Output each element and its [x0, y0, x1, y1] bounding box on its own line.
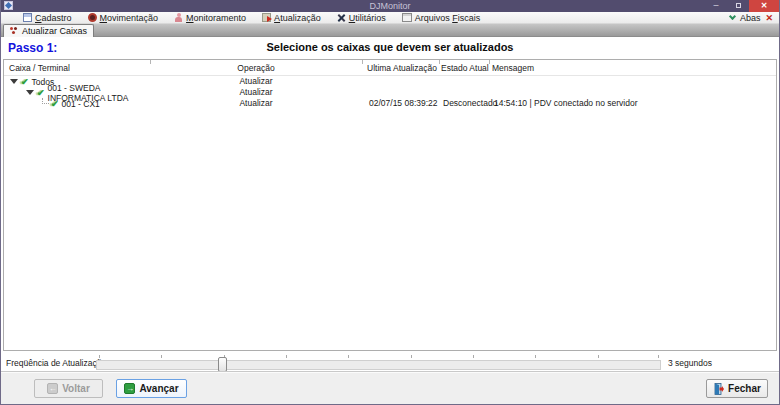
chevron-down-icon[interactable] [729, 13, 736, 20]
title-bar: DJMonitor – ✕ [1, 0, 779, 12]
slider-value: 3 segundos [668, 358, 712, 368]
exit-door-icon [713, 383, 724, 395]
tree-cell: ✔ 001 - CX1 [4, 98, 150, 109]
person-icon [174, 13, 183, 22]
frequency-label: Freqüência de Atualização [6, 358, 106, 368]
maximize-button[interactable] [727, 0, 749, 12]
menu-label: Utilitários [349, 12, 386, 24]
cell-ultima: 02/07/15 08:39:22 [369, 98, 441, 109]
slider-tick [473, 355, 474, 358]
cell-operacao: Atualizar [150, 87, 362, 98]
fechar-label: Fechar [728, 383, 761, 394]
menu-label: Atualização [274, 12, 321, 24]
menu-item-arquivos-fiscais[interactable]: Arquivos Fiscais [394, 12, 489, 24]
menu-item-atualizacao[interactable]: Atualização [254, 12, 329, 24]
table-body: ✔ Todos Atualizar ✔ 001 - SWEDA INFORMAT… [4, 76, 776, 109]
slider-thumb[interactable] [218, 357, 227, 372]
slider-tick [535, 355, 536, 358]
slider-tick [658, 355, 659, 358]
voltar-label: Voltar [62, 383, 90, 394]
button-bar: ← Voltar → Avançar Fechar [1, 371, 779, 404]
menu-item-cadastro[interactable]: Cadastro [15, 12, 80, 24]
arrow-right-icon: → [124, 383, 135, 394]
menu-label: Movimentação [100, 12, 159, 24]
table-icon [23, 13, 32, 22]
slider-tick [161, 355, 162, 358]
voltar-button[interactable]: ← Voltar [34, 379, 103, 398]
check-icon[interactable]: ✔ [21, 77, 29, 87]
tab-label: Atualizar Caixas [22, 26, 87, 36]
header-mensagem[interactable]: Mensagem [492, 63, 534, 73]
record-icon [88, 13, 97, 22]
slider-tick [286, 355, 287, 358]
fechar-button[interactable]: Fechar [706, 379, 768, 398]
avancar-button[interactable]: → Avançar [116, 379, 187, 398]
expander-icon[interactable] [26, 90, 34, 95]
menu-bar: Cadastro Movimentação Monitoramento Atua… [1, 12, 779, 24]
users-icon [10, 27, 19, 36]
cell-mensagem: 14:54:10 | PDV conectado no servidor [494, 98, 774, 109]
menu-label: Arquivos Fiscais [415, 12, 481, 24]
check-icon[interactable]: ✔ [37, 88, 45, 98]
tab-strip: Atualizar Caixas [1, 24, 779, 37]
table-header: Caixa / Terminal Operação Ultima Atualiz… [4, 60, 776, 76]
expander-icon[interactable] [10, 79, 18, 84]
window-title: DJMonitor [1, 0, 779, 12]
slider-tick [348, 355, 349, 358]
header-operacao[interactable]: Operação [150, 63, 362, 73]
menu-item-utilitarios[interactable]: Utilitários [329, 12, 394, 24]
menu-item-monitoramento[interactable]: Monitoramento [166, 12, 254, 24]
abas-close-icon[interactable]: ✕ [765, 13, 773, 23]
tools-icon [337, 13, 346, 22]
slider-tick [598, 355, 599, 358]
check-icon[interactable]: ✔ [51, 99, 59, 109]
app-window: DJMonitor – ✕ Cadastro Movimentação Moni… [0, 0, 780, 405]
archive-icon [402, 13, 412, 22]
maximize-icon [736, 3, 741, 8]
menu-label: Cadastro [35, 12, 72, 24]
menu-label: Monitoramento [186, 12, 246, 24]
page-title: Selecione os caixas que devem ser atuali… [1, 41, 779, 53]
avancar-label: Avançar [139, 383, 178, 394]
tree-connector [42, 98, 49, 104]
column-divider [439, 60, 440, 64]
menu-item-movimentacao[interactable]: Movimentação [80, 12, 167, 24]
minimize-button[interactable]: – [705, 0, 727, 12]
table-row[interactable]: ✔ 001 - SWEDA INFORMATICA LTDA Atualizar [4, 87, 776, 98]
slider-tick [411, 355, 412, 358]
table-row[interactable]: ✔ 001 - CX1 Atualizar 02/07/15 08:39:22 … [4, 98, 776, 109]
column-divider [362, 60, 363, 64]
abas-control: Abas ✕ [730, 12, 773, 24]
tab-atualizar-caixas[interactable]: Atualizar Caixas [3, 24, 94, 37]
cell-operacao: Atualizar [150, 76, 362, 87]
slider-tick [99, 355, 100, 358]
header-ultima-atualizacao[interactable]: Ultima Atualização [367, 63, 437, 73]
frequency-slider-row: Freqüência de Atualização 3 segundos [3, 352, 777, 373]
close-button[interactable]: ✕ [749, 0, 779, 12]
update-icon [262, 13, 271, 22]
cell-operacao: Atualizar [150, 98, 362, 109]
header-caixa-terminal[interactable]: Caixa / Terminal [9, 63, 70, 73]
node-label: 001 - CX1 [62, 99, 100, 109]
slider-track[interactable] [96, 360, 661, 370]
caixas-table: Caixa / Terminal Operação Ultima Atualiz… [3, 59, 777, 351]
arrow-left-icon: ← [47, 383, 58, 394]
tree-cell: ✔ 001 - SWEDA INFORMATICA LTDA [4, 87, 150, 98]
cell-estado: Desconectado [443, 98, 493, 109]
column-divider [489, 60, 490, 64]
header-estado-atual[interactable]: Estado Atual [441, 63, 489, 73]
abas-label[interactable]: Abas [740, 13, 761, 23]
